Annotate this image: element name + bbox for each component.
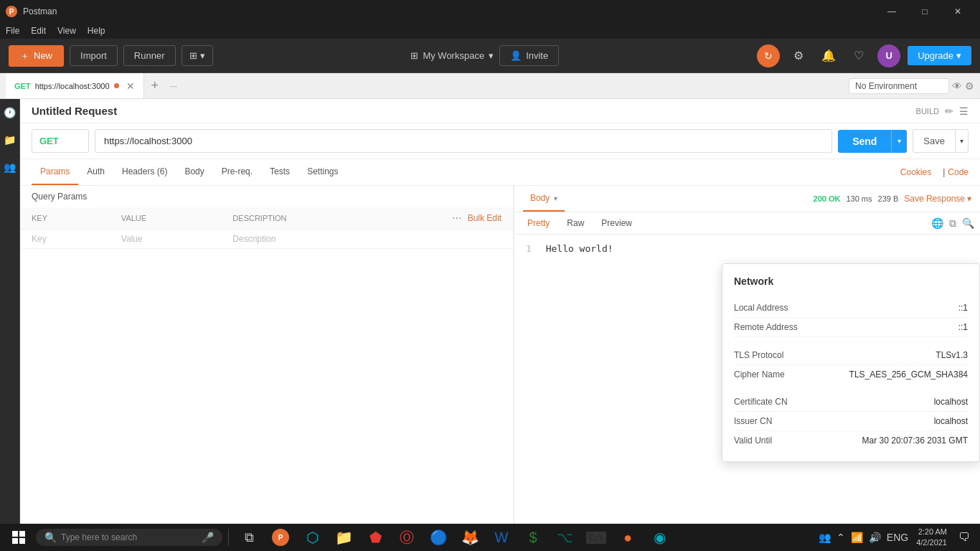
more-tabs-button[interactable]: ··· (166, 73, 182, 98)
wifi-icon[interactable]: 📶 (849, 532, 865, 543)
desc-cell[interactable]: Description (221, 230, 513, 249)
green-app-icon: $ (529, 529, 537, 546)
raw-button[interactable]: Raw (560, 215, 591, 231)
menu-view[interactable]: View (57, 26, 76, 36)
taskbar-app-green[interactable]: $ (519, 524, 547, 551)
avatar: U (885, 50, 892, 61)
preview-button[interactable]: Preview (594, 215, 639, 231)
eye-icon[interactable]: 👁 (952, 80, 962, 92)
url-input[interactable] (95, 129, 832, 153)
sync-button[interactable]: ↻ (757, 44, 780, 67)
taskbar-app-firefox[interactable]: 🦊 (456, 524, 484, 551)
search-response-button[interactable]: 🔍 (962, 217, 974, 230)
maximize-button[interactable]: □ (908, 0, 941, 23)
history-icon[interactable]: 🕐 (2, 105, 18, 121)
sidebar-icons: 🕐 📁 👥 (0, 99, 20, 524)
team-icon[interactable]: 👥 (2, 159, 18, 175)
collections-icon[interactable]: 📁 (2, 132, 18, 148)
volume-icon[interactable]: 🔊 (867, 532, 883, 543)
clock-time: 2:20 AM (916, 527, 947, 537)
bulk-edit-button[interactable]: Bulk Edit (468, 213, 501, 223)
taskbar-app-explorer[interactable]: 📁 (329, 524, 358, 551)
edit-title-button[interactable]: ✏ (945, 105, 953, 117)
menu-help[interactable]: Help (88, 26, 105, 36)
network-tray-icon[interactable]: 👥 (816, 532, 833, 543)
pretty-button[interactable]: Pretty (520, 215, 557, 231)
taskbar-search[interactable]: 🔍 Type here to search 🎤 (36, 529, 222, 546)
system-clock[interactable]: 2:20 AM 4/2/2021 (912, 527, 951, 549)
copy-icon: ⧉ (949, 217, 956, 229)
tab-settings[interactable]: Settings (298, 159, 347, 185)
params-more-button[interactable]: ··· (452, 212, 461, 225)
taskbar-app-red[interactable]: ⬟ (361, 524, 390, 551)
taskbar-search-text: Type here to search (61, 532, 197, 542)
tab-prereq[interactable]: Pre-req. (213, 159, 261, 185)
send-button[interactable]: Send (838, 130, 891, 153)
tab-auth[interactable]: Auth (78, 159, 113, 185)
tab-tests[interactable]: Tests (261, 159, 298, 185)
toolbar-center: ⊞ My Workspace ▾ 👤 Invite (219, 45, 752, 66)
network-icon-button[interactable]: 🌐 (931, 217, 943, 230)
taskbar-app-orange[interactable]: ● (613, 524, 642, 551)
capture-button[interactable]: ⊞ ▾ (182, 45, 213, 66)
teal-app-icon: ◉ (654, 529, 666, 546)
description-button[interactable]: ☰ (959, 105, 969, 117)
action-center-button[interactable]: 🗨 (953, 526, 976, 549)
invite-button[interactable]: 👤 Invite (499, 45, 559, 66)
taskbar-app-ide[interactable]: ⌥ (550, 524, 579, 551)
value-cell[interactable]: Value (110, 230, 222, 249)
tab-headers[interactable]: Headers (6) (113, 159, 176, 185)
key-cell[interactable]: Key (20, 230, 110, 249)
chevron-down-icon: ▾ (200, 50, 205, 61)
body-dropdown-icon: ▾ (554, 194, 557, 202)
heart-button[interactable]: ♡ (847, 44, 870, 67)
tab-close-button[interactable]: ✕ (126, 80, 135, 92)
close-button[interactable]: ✕ (941, 0, 974, 23)
notification-button[interactable]: 🔔 (817, 44, 840, 67)
taskbar-app-terminal[interactable]: C:\ (582, 524, 611, 551)
chevron-up-icon[interactable]: ⌃ (834, 532, 847, 543)
taskbar-app-taskview[interactable]: ⧉ (235, 524, 263, 551)
keyboard-lang-icon[interactable]: ENG (885, 532, 910, 543)
taskbar-app-opera[interactable]: Ⓞ (392, 524, 421, 551)
menu-edit[interactable]: Edit (31, 26, 46, 36)
request-tab[interactable]: GET https://localhost:3000 ✕ (6, 73, 144, 98)
save-dropdown-button[interactable]: ▾ (956, 129, 969, 153)
taskview-icon: ⧉ (245, 530, 254, 545)
upgrade-button[interactable]: Upgrade ▾ (908, 46, 971, 65)
settings-button[interactable]: ⚙ (787, 44, 810, 67)
local-address-value: ::1 (958, 303, 968, 313)
col-key-header: KEY (20, 207, 110, 230)
tab-cookies[interactable]: Cookies (892, 160, 940, 184)
tab-code[interactable]: Code (948, 160, 969, 184)
copy-button[interactable]: ⧉ (949, 217, 956, 230)
tab-params[interactable]: Params (32, 159, 78, 185)
settings-icon[interactable]: ⚙ (965, 80, 974, 92)
minimize-button[interactable]: — (875, 0, 908, 23)
tab-body[interactable]: Body (176, 159, 212, 185)
res-tab-body[interactable]: Body ▾ (523, 186, 565, 212)
start-button[interactable] (4, 524, 33, 551)
toolbar: ＋ New Import Runner ⊞ ▾ ⊞ My Workspace ▾… (0, 39, 980, 73)
local-address-label: Local Address (734, 303, 788, 313)
taskbar-app-chrome[interactable]: 🔵 (424, 524, 453, 551)
import-button[interactable]: Import (70, 45, 118, 66)
save-response-button[interactable]: Save Response ▾ (904, 194, 971, 204)
tab-modified-dot (114, 83, 119, 88)
response-time: 130 ms (846, 194, 872, 203)
taskbar-app-postman[interactable]: P (266, 524, 295, 551)
new-tab-button[interactable]: + (144, 73, 166, 98)
avatar-button[interactable]: U (877, 44, 900, 67)
workspace-button[interactable]: ⊞ My Workspace ▾ (410, 50, 494, 61)
col-desc-header: DESCRIPTION ··· Bulk Edit (221, 207, 513, 230)
taskbar-app-remote[interactable]: ⬡ (298, 524, 326, 551)
send-dropdown-button[interactable]: ▾ (891, 130, 907, 153)
new-button[interactable]: ＋ New (9, 45, 64, 67)
taskbar-app-teal[interactable]: ◉ (645, 524, 674, 551)
runner-button[interactable]: Runner (123, 45, 176, 66)
menu-file[interactable]: File (6, 26, 19, 36)
taskbar-app-word[interactable]: W (487, 524, 516, 551)
env-dropdown[interactable]: No Environment (849, 78, 949, 94)
save-button[interactable]: Save (913, 129, 956, 153)
method-select[interactable]: GET POST PUT DELETE PATCH (32, 129, 89, 153)
